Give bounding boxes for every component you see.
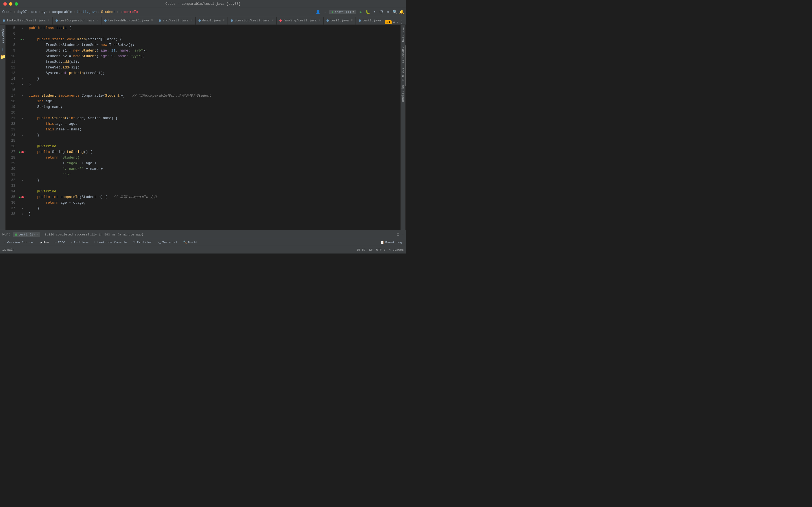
git-status[interactable]: ⎇ main [2,248,14,251]
tab-close-icon[interactable]: × [48,19,50,22]
fold-icon[interactable]: ▾ [24,151,26,154]
fold-icon[interactable]: ▾ [23,38,24,41]
tab-close-icon[interactable]: × [319,19,320,22]
line-separator[interactable]: LF [369,248,373,251]
tab-testHashMap-test1-java[interactable]: testHashMap/test1.java× [101,17,156,24]
code-line[interactable]: System.out.println(treeSet); [29,70,400,76]
code-line[interactable]: } [29,82,400,87]
tab-src-test1-java[interactable]: src/test1.java× [156,17,195,24]
code-line[interactable]: "'}' [29,172,400,177]
indentation[interactable]: 4 spaces [389,248,404,251]
window-controls[interactable] [3,2,18,6]
code-line[interactable]: + "age=" + age + [29,161,400,166]
nav-codes[interactable]: Codes [2,10,12,14]
fold-icon[interactable]: ▾ [22,207,23,210]
tab-close-icon[interactable]: × [351,19,353,22]
code-line[interactable]: } [29,211,400,217]
profiler-button[interactable]: ⏱ Profiler [131,240,154,245]
leetcode-icon[interactable]: L [1,48,5,52]
nav-day07[interactable]: day07 [17,10,27,14]
fold-icon[interactable]: ▾ [22,83,23,86]
tab-close-icon[interactable]: × [97,19,98,22]
run-icon[interactable]: ▶ [19,195,21,199]
code-line[interactable] [29,87,400,93]
fold-icon[interactable]: ▾ [24,195,26,199]
tab-demo1-java[interactable]: demo1.java× [196,17,228,24]
panel-close-icon[interactable]: − [402,232,404,237]
leetcode-console-button[interactable]: L Leetcode Console [92,240,130,245]
back-icon[interactable]: ← [322,10,327,14]
code-line[interactable]: ", name='" + name + [29,166,400,172]
sidebar-item-leetcode[interactable]: Leetcode [0,25,6,47]
more-icon[interactable]: ⋮ [400,20,404,24]
code-line[interactable] [29,138,400,144]
code-line[interactable]: Student s1 = new Student( age: 11, name:… [29,48,400,54]
code-line[interactable]: @Override [29,189,400,194]
tab-test2-java[interactable]: test2.java× [324,17,356,24]
sidebar-item-project[interactable]: Project [401,65,406,83]
version-control-button[interactable]: ↑ Version Control [2,240,37,245]
fold-icon[interactable]: ▾ [22,212,23,216]
tab-iterator-test1-java[interactable]: iterator/test1.java× [228,17,276,24]
minimize-button[interactable] [9,2,12,6]
code-line[interactable]: this.age = age; [29,121,400,127]
code-line[interactable]: } [29,206,400,211]
code-line[interactable]: public class test1 { [29,25,400,31]
code-line[interactable]: public static void main(String[] args) { [29,37,400,42]
fold-icon[interactable]: ▾ [22,26,23,30]
close-button[interactable] [3,2,7,6]
profile-icon[interactable]: ⏱ [379,10,384,14]
coverage-icon[interactable]: ☂ [372,10,377,14]
nav-syb[interactable]: syb [42,10,48,14]
run-tab-close[interactable]: × [36,233,38,236]
build-button[interactable]: 🔨 Build [181,240,200,245]
code-line[interactable]: String name; [29,104,400,110]
encoding[interactable]: UTF-8 [376,248,386,251]
project-icon[interactable]: 📁 [1,55,5,59]
code-line[interactable]: public int compareTo(Student o) { // 重写 … [29,194,400,200]
code-line[interactable]: treeSet.add(s2); [29,65,400,70]
tab-linkedlist-test1-java[interactable]: linkedlist/test1.java× [0,17,53,24]
chevron-up-icon[interactable]: ∧ [393,20,395,24]
sidebar-item-structure[interactable]: Structure [401,44,406,65]
breakpoint-icon[interactable] [21,196,24,198]
user-icon[interactable]: 👤 [316,10,320,14]
panel-settings-icon[interactable]: ⚙ [397,232,399,237]
code-line[interactable]: } [29,132,400,138]
run-button[interactable]: ▶ Run [38,240,51,245]
fold-icon[interactable]: ▾ [22,179,23,182]
code-line[interactable]: return age - o.age; [29,200,400,206]
tab-close-icon[interactable]: × [272,19,273,22]
code-line[interactable] [29,183,400,189]
fold-icon[interactable]: ▾ [22,77,23,80]
tab-test3-java[interactable]: test3.java× [356,17,383,24]
settings-icon[interactable]: ⚙ [386,10,390,14]
sidebar-item-bookmarks[interactable]: Bookmarks [401,83,406,104]
bell-icon[interactable]: 🔔 [399,10,404,14]
todo-button[interactable]: ☑ TODO [52,240,67,245]
nav-compareto[interactable]: compareTo [119,10,138,14]
code-line[interactable]: int age; [29,99,400,104]
code-editor[interactable]: public class test1 { public static void … [28,25,400,230]
tab-testComparator-java[interactable]: testComparator.java× [53,17,101,24]
fold-icon[interactable]: ▾ [22,133,23,137]
run-gutter-icon[interactable]: ▶ [20,38,22,41]
code-line[interactable]: this.name = name; [29,127,400,132]
maximize-button[interactable] [15,2,18,6]
fold-icon[interactable]: ▾ [22,94,23,98]
code-line[interactable]: treeSet.add(s1); [29,59,400,65]
fold-icon[interactable]: ▾ [22,117,23,120]
code-line[interactable]: @Override [29,144,400,149]
run-icon[interactable]: ▶ [19,151,21,154]
code-line[interactable]: public Student(int age, String name) { [29,115,400,121]
run-icon[interactable]: ▶ [359,10,363,14]
cursor-position[interactable]: 35:57 [356,248,366,251]
code-line[interactable]: Student s2 = new Student( age: 9, name: … [29,54,400,59]
nav-student[interactable]: Student [101,10,115,14]
terminal-button[interactable]: >_ Terminal [155,240,180,245]
problems-button[interactable]: ⚠ Problems [68,240,91,245]
tab-close-icon[interactable]: × [191,19,193,22]
code-line[interactable]: } [29,76,400,82]
code-line[interactable]: TreeSet<Student> treeSet= new TreeSet<>(… [29,42,400,48]
run-config-selector[interactable]: ● test1 (1) ▼ [329,10,356,14]
